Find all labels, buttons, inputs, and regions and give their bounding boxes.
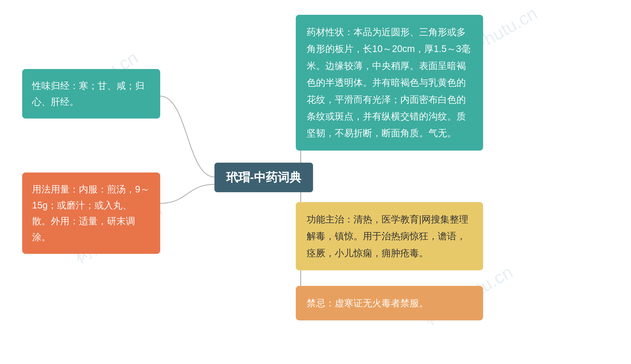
right-node-2-text: 功能主治：清热，医学教育|网搜集整理解毒，镇惊。用于治热病惊狂，谵语，痉厥，小儿…: [307, 214, 468, 258]
center-label: 玳瑁-中药词典: [226, 171, 301, 184]
right-node-1: 药材性状：本品为近圆形、三角形或多角形的板片，长10～20cm，厚1.5～3毫米…: [296, 15, 483, 150]
right-node-2: 功能主治：清热，医学教育|网搜集整理解毒，镇惊。用于治热病惊狂，谵语，痉厥，小儿…: [296, 202, 483, 270]
right-node-3-text: 禁忌：虚寒证无火毒者禁服。: [307, 298, 428, 308]
left-node-1: 性味归经：寒；甘、咸；归心、肝经。: [22, 69, 160, 118]
right-node-3: 禁忌：虚寒证无火毒者禁服。: [296, 286, 483, 320]
right-node-1-text: 药材性状：本品为近圆形、三角形或多角形的板片，长10～20cm，厚1.5～3毫米…: [307, 27, 470, 138]
left-node-1-text: 性味归经：寒；甘、咸；归心、肝经。: [32, 80, 144, 107]
center-node: 玳瑁-中药词典: [214, 163, 313, 192]
mindmap-container: 树图·hutu.cn 树图·hutu.cn 树图·hutu.cn 树图·hutu…: [0, 0, 631, 364]
left-node-2: 用法用量：内服：煎汤，9～15g；或磨汁；或入丸、散。外用：适量，研末调涂。: [22, 172, 160, 254]
left-node-2-text: 用法用量：内服：煎汤，9～15g；或磨汁；或入丸、散。外用：适量，研末调涂。: [32, 184, 150, 242]
